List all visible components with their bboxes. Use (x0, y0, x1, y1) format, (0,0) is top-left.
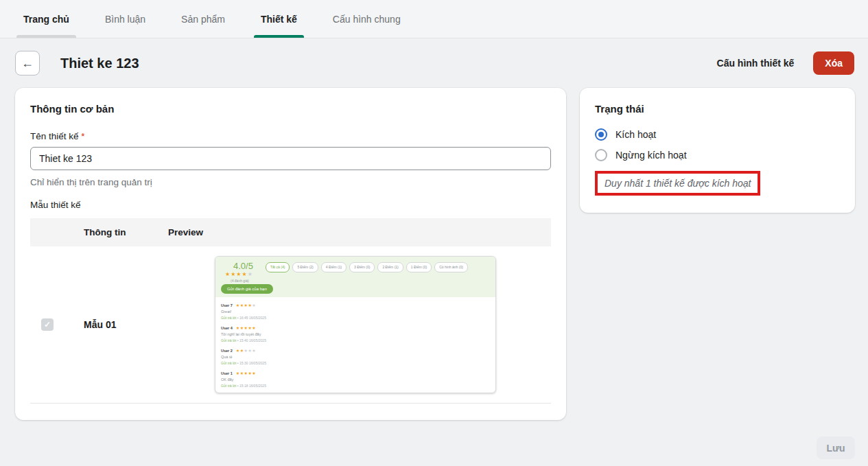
review-stars-filled: ★★ (236, 349, 244, 353)
template-table-row: ✓ Mẫu 01 4.0/5 ★★★★★ (4 đánh giá) Gửi đá… (30, 246, 551, 404)
page-header: ← Thiet ke 123 Cấu hình thiết kế Xóa (15, 48, 854, 78)
review-user: User 7 (221, 303, 233, 307)
radio-active-label: Kích hoạt (615, 129, 656, 140)
basic-info-title: Thông tin cơ bản (30, 103, 551, 115)
back-button[interactable]: ← (15, 51, 40, 75)
status-card: Trạng thái Kích hoạt Ngừng kích hoạt Duy… (580, 88, 855, 213)
preview-review-list: User 7 ★★★★★ Great! Gửi trả lời • 16:45 … (215, 297, 495, 393)
page-title: Thiet ke 123 (60, 56, 139, 71)
review-comment: OK đấy (221, 377, 490, 382)
radio-option-active[interactable]: Kích hoạt (595, 128, 840, 141)
review-reply-link[interactable]: Gửi trả lời (221, 361, 236, 365)
back-arrow-icon: ← (21, 56, 34, 71)
tab-trang-chu[interactable]: Trang chủ (16, 0, 76, 38)
design-name-label: Tên thiết kế * (30, 131, 551, 141)
review-reply-link[interactable]: Gửi trả lời (221, 384, 236, 388)
template-label: Mẫu thiết kế (30, 200, 551, 210)
review-stars-filled: ★★★★ (236, 303, 253, 307)
radio-selected-icon[interactable] (595, 128, 607, 141)
save-button[interactable]: Lưu (817, 436, 855, 459)
tab-binh-luan[interactable]: Bình luận (98, 0, 152, 38)
review-comment: Great! (221, 310, 490, 314)
template-name: Mẫu 01 (84, 319, 168, 330)
header-preview-col: Preview (168, 227, 551, 237)
template-checkbox[interactable]: ✓ (41, 318, 54, 331)
template-table-header: Thông tin Preview (30, 218, 551, 246)
design-name-label-text: Tên thiết kế (30, 131, 79, 141)
review-user: User 4 (221, 326, 233, 330)
review-comment: Quá tệ (221, 355, 490, 359)
review-user: User 2 (221, 349, 233, 353)
design-name-input[interactable] (30, 147, 551, 170)
review-user: User 1 (221, 371, 233, 375)
template-preview-image: 4.0/5 ★★★★★ (4 đánh giá) Gửi đánh giá củ… (215, 256, 496, 393)
review-item: User 4 ★★★★★ Tôi nghĩ lại rồi tuyệt đấy … (221, 323, 490, 345)
review-comment: Tôi nghĩ lại rồi tuyệt đấy (221, 332, 490, 336)
review-reply-link[interactable]: Gửi trả lời (221, 316, 236, 320)
basic-info-card: Thông tin cơ bản Tên thiết kế * Chỉ hiển… (15, 88, 566, 420)
filter-pill-1[interactable]: 1 Điểm (0) (406, 262, 432, 272)
filter-pill-2[interactable]: 2 Điểm (1) (377, 262, 403, 272)
review-stars-filled: ★★★★★ (236, 371, 256, 375)
review-reply-link[interactable]: Gửi trả lời (221, 338, 236, 342)
status-title: Trạng thái (595, 103, 840, 115)
review-time: • 16:45 16/05/2025 (237, 316, 266, 320)
tab-thiet-ke[interactable]: Thiết kế (254, 0, 304, 38)
filter-pill-all[interactable]: Tất cả (4) (266, 262, 290, 272)
review-item: User 7 ★★★★★ Great! Gửi trả lời • 16:45 … (221, 300, 490, 323)
stars-filled: ★★★★ (225, 271, 248, 277)
design-name-helper: Chỉ hiển thị trên trang quản trị (30, 177, 551, 187)
stars-empty: ★ (248, 271, 253, 277)
preview-review-count: (4 đánh giá) (231, 279, 490, 283)
top-tab-bar: Trang chủ Bình luận Sản phẩm Thiết kế Cấ… (0, 0, 868, 38)
annotation-highlight-box: Duy nhất 1 thiết kế được kích hoạt (595, 171, 760, 196)
radio-unselected-icon[interactable] (595, 149, 607, 161)
tab-san-pham[interactable]: Sản phẩm (174, 0, 232, 38)
required-asterisk: * (81, 131, 84, 141)
filter-pill-images[interactable]: Có hình ảnh (0) (434, 262, 468, 272)
check-icon: ✓ (44, 320, 51, 329)
preview-filter-pills: Tất cả (4) 5 Điểm (2) 4 Điểm (1) 3 Điểm … (266, 262, 468, 272)
review-stars-empty: ★★★ (244, 349, 257, 353)
preview-submit-review-button[interactable]: Gửi đánh giá của bạn (221, 284, 273, 294)
review-item: User 2 ★★★★★ Quá tệ Gửi trả lời • 15:30 … (221, 345, 490, 368)
review-time: • 15:30 16/05/2025 (237, 361, 266, 365)
filter-pill-4[interactable]: 4 Điểm (1) (321, 262, 347, 272)
filter-pill-3[interactable]: 3 Điểm (0) (349, 262, 375, 272)
delete-button[interactable]: Xóa (813, 51, 854, 75)
review-time: • 15:18 16/05/2025 (237, 384, 266, 388)
radio-option-inactive[interactable]: Ngừng kích hoạt (595, 149, 840, 161)
review-time: • 15:40 16/05/2025 (237, 338, 266, 342)
filter-pill-5[interactable]: 5 Điểm (2) (292, 262, 318, 272)
header-info-col: Thông tin (84, 227, 168, 237)
review-item: User 1 ★★★★★ OK đấy Gửi trả lời • 15:18 … (221, 368, 490, 391)
status-note: Duy nhất 1 thiết kế được kích hoạt (605, 178, 751, 189)
review-stars-filled: ★★★★★ (236, 326, 256, 330)
radio-inactive-label: Ngừng kích hoạt (615, 150, 687, 161)
preview-summary-header: 4.0/5 ★★★★★ (4 đánh giá) Gửi đánh giá củ… (215, 257, 495, 297)
tab-cau-hinh-chung[interactable]: Cấu hình chung (326, 0, 408, 38)
design-config-link[interactable]: Cấu hình thiết kế (717, 58, 795, 69)
review-stars-empty: ★ (252, 303, 256, 307)
